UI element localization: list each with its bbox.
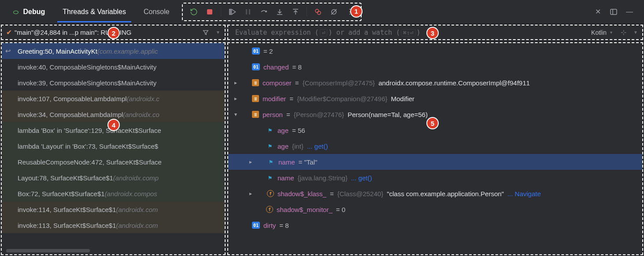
chevron-down-icon[interactable]: ▼ bbox=[216, 30, 220, 35]
language-selector[interactable]: Kotlin ▾ bbox=[591, 29, 612, 36]
callout-5: 5 bbox=[426, 117, 439, 129]
separator bbox=[307, 7, 307, 17]
svg-point-6 bbox=[317, 11, 321, 15]
variable-row[interactable]: ▸ ▸ f shadow$_klass_ = {Class@25240} "cl… bbox=[228, 186, 642, 201]
evaluate-expression-bar[interactable]: Evaluate expression (⏎) or add a watch (… bbox=[227, 25, 643, 40]
final-field-icon: f bbox=[267, 190, 274, 197]
callout-3: 3 bbox=[426, 27, 439, 39]
primitive-icon: 01 bbox=[252, 63, 260, 70]
expand-icon[interactable]: ▸ bbox=[233, 95, 239, 102]
svg-rect-3 bbox=[246, 9, 247, 15]
field-icon: ⚑ bbox=[267, 158, 275, 165]
svg-rect-1 bbox=[229, 9, 230, 15]
primitive-icon: 01 bbox=[252, 48, 260, 55]
layout-icon[interactable] bbox=[608, 6, 619, 18]
frame-row[interactable]: invoke:107, ComposableLambdaImpl (androi… bbox=[2, 91, 225, 106]
variable-row[interactable]: ▸ ⚑ name {java.lang.String} ... get() bbox=[228, 170, 642, 186]
step-out-button[interactable] bbox=[290, 6, 301, 18]
variable-row[interactable]: ▸▸ 01 = 2 bbox=[228, 43, 642, 59]
object-icon: ≡ bbox=[252, 79, 259, 86]
expand-icon[interactable]: ▸ bbox=[233, 80, 239, 86]
callout-4: 4 bbox=[107, 119, 120, 131]
primitive-icon: 01 bbox=[252, 222, 260, 229]
filter-icon[interactable] bbox=[200, 27, 211, 38]
tab-threads-variables[interactable]: Threads & Variables bbox=[54, 2, 135, 22]
variable-row[interactable]: ▸▸ 01 dirty = 8 bbox=[228, 217, 642, 233]
check-icon: ✔ bbox=[6, 28, 12, 37]
svg-rect-8 bbox=[611, 9, 617, 15]
horizontal-scrollbar[interactable] bbox=[6, 249, 90, 252]
frame-row[interactable]: invoke:39, ComposableSingletons$MainActi… bbox=[2, 75, 225, 91]
rerun-button[interactable] bbox=[188, 6, 200, 18]
frame-row[interactable]: ReusableComposeNode:472, SurfaceKt$Surfa… bbox=[2, 154, 225, 170]
variable-row[interactable]: ▸▸ ≡ modifier = {Modifier$Companion@2749… bbox=[228, 91, 642, 106]
back-arrow-icon[interactable]: ↩ bbox=[5, 47, 11, 55]
thread-selector[interactable]: ✔ "main"@24,884 in ...p main": RUNNING 2… bbox=[1, 25, 226, 40]
variable-row[interactable]: ▸ ▸ ⚑ name = "Tal" bbox=[228, 154, 642, 170]
object-icon: ≡ bbox=[252, 95, 259, 102]
chevron-down-icon[interactable]: ▼ bbox=[633, 30, 638, 35]
tab-console[interactable]: Console bbox=[135, 2, 178, 22]
pause-button[interactable] bbox=[242, 6, 254, 18]
add-watch-icon[interactable]: ⊹ bbox=[618, 27, 629, 38]
tab-debug[interactable]: ⬭ Debug bbox=[4, 2, 54, 22]
resume-button[interactable] bbox=[226, 6, 238, 18]
expand-icon[interactable]: ▸ bbox=[248, 159, 254, 165]
tab-debug-label: Debug bbox=[23, 8, 45, 15]
frame-row[interactable]: invoke:113, SurfaceKt$Surface$1 (android… bbox=[2, 217, 225, 233]
frame-row[interactable]: invoke:40, ComposableSingletons$MainActi… bbox=[2, 59, 225, 75]
chevron-down-icon: ▾ bbox=[610, 30, 612, 35]
get-link[interactable]: ... get() bbox=[307, 143, 328, 150]
step-into-button[interactable] bbox=[274, 6, 285, 18]
bug-icon: ⬭ bbox=[13, 8, 19, 15]
svg-rect-0 bbox=[207, 9, 212, 15]
stop-button[interactable] bbox=[204, 6, 215, 18]
callout-2: 2 bbox=[107, 27, 120, 39]
get-link[interactable]: ... get() bbox=[351, 174, 372, 182]
frame-row[interactable]: invoke:114, SurfaceKt$Surface$1 (android… bbox=[2, 201, 225, 217]
view-breakpoints-button[interactable] bbox=[312, 6, 324, 18]
svg-marker-2 bbox=[231, 9, 235, 15]
debug-toolbar: ⋮ 1 bbox=[182, 3, 362, 21]
evaluate-expression-input[interactable]: Evaluate expression (⏎) or add a watch (… bbox=[233, 29, 588, 37]
field-icon: ⚑ bbox=[266, 174, 274, 181]
final-field-icon: f bbox=[266, 206, 273, 213]
frames-panel: ↩ Greeting:50, MainActivityKt (com.examp… bbox=[1, 42, 226, 255]
variable-row[interactable]: ▸▸ 01 changed = 8 bbox=[228, 59, 642, 75]
object-icon: ≡ bbox=[252, 111, 259, 118]
frame-row[interactable]: Layout:78, SurfaceKt$Surface$1 (androidx… bbox=[2, 170, 225, 186]
minimize-icon[interactable]: — bbox=[624, 6, 635, 18]
frame-row[interactable]: ↩ Greeting:50, MainActivityKt (com.examp… bbox=[2, 43, 225, 59]
separator bbox=[221, 7, 221, 17]
tab-console-label: Console bbox=[144, 8, 170, 15]
callout-1: 1 bbox=[350, 5, 363, 18]
variable-row[interactable]: ▸▸ ≡ composer = {ComposerImpl@27475} and… bbox=[228, 75, 642, 91]
navigate-link[interactable]: ... Navigate bbox=[507, 190, 541, 197]
svg-rect-4 bbox=[249, 9, 250, 15]
variables-panel: ▸▸ 01 = 2 ▸▸ 01 changed = 8 ▸▸ ≡ compose… bbox=[227, 42, 643, 255]
close-icon[interactable]: ✕ bbox=[592, 6, 603, 18]
expand-icon[interactable]: ▸ bbox=[248, 190, 254, 197]
frame-row[interactable]: lambda 'Layout' in 'Box':73, SurfaceKt$S… bbox=[2, 138, 225, 154]
variable-row[interactable]: ▸ ⚑ age {int} ... get() bbox=[228, 138, 642, 154]
collapse-icon[interactable]: ▾ bbox=[233, 111, 239, 117]
variable-row[interactable]: ▸ f shadow$_monitor_ = 0 bbox=[228, 201, 642, 217]
field-icon: ⚑ bbox=[266, 143, 274, 150]
step-over-button[interactable] bbox=[258, 6, 270, 18]
mute-breakpoints-button[interactable] bbox=[328, 6, 340, 18]
frame-row[interactable]: Box:72, SurfaceKt$Surface$1 (androidx.co… bbox=[2, 186, 225, 201]
tab-threads-label: Threads & Variables bbox=[63, 8, 126, 15]
svg-point-5 bbox=[315, 9, 319, 13]
field-icon: ⚑ bbox=[266, 127, 274, 134]
